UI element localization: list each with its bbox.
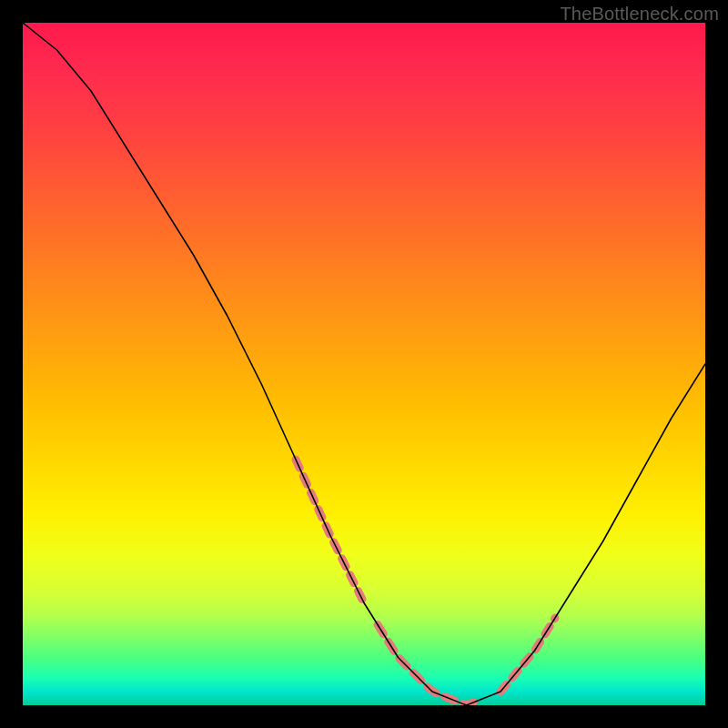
curve-svg [23,23,705,705]
bottleneck-curve [23,23,705,705]
highlight-right [500,618,555,692]
chart-frame: TheBottleneck.com [0,0,728,728]
highlight-group [296,460,555,705]
highlight-bottom [378,625,480,705]
plot-area [23,23,705,705]
watermark-text: TheBottleneck.com [560,4,719,25]
